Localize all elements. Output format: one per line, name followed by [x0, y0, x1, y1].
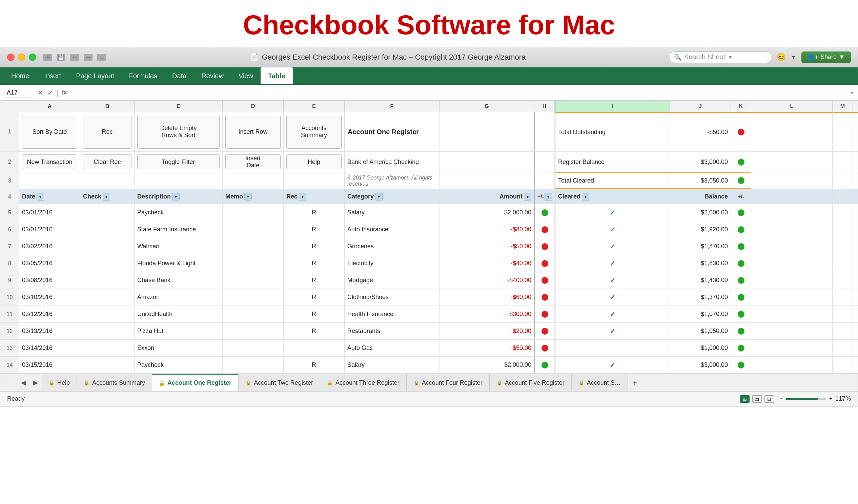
sheet-tab-account-two-register[interactable]: 🔒Account Two Register: [239, 374, 320, 391]
description-filter-arrow[interactable]: ▼: [172, 193, 179, 200]
cell-check[interactable]: [80, 255, 134, 272]
cell-description[interactable]: Paycheck: [134, 204, 223, 221]
cell-category[interactable]: Restaurants: [345, 323, 440, 339]
save-icon[interactable]: 💾: [57, 54, 65, 61]
close-button[interactable]: [7, 53, 15, 61]
cell-cleared[interactable]: ✓: [555, 272, 670, 289]
cell-check[interactable]: [80, 357, 134, 373]
insert-row-button[interactable]: Insert Row: [225, 115, 281, 149]
tab-formulas[interactable]: Formulas: [122, 67, 165, 84]
col-header-G[interactable]: G: [440, 101, 535, 112]
col-header-D[interactable]: D: [223, 101, 284, 112]
cell-rec[interactable]: R: [284, 238, 345, 255]
cell-date[interactable]: 03/12/2016: [19, 306, 80, 323]
col-header-A[interactable]: A: [19, 101, 80, 112]
col-header-J[interactable]: J: [670, 101, 731, 112]
cell-cleared[interactable]: ✓: [555, 323, 670, 339]
clear-rec-button[interactable]: Clear Rec: [83, 155, 131, 169]
cell-date[interactable]: 03/01/2016: [19, 204, 80, 221]
tab-review[interactable]: Review: [194, 67, 231, 84]
cell-rec[interactable]: R: [284, 357, 345, 373]
cleared-filter-arrow[interactable]: ▼: [582, 193, 589, 200]
zoom-slider[interactable]: [785, 398, 826, 400]
customize-icon[interactable]: ⌄: [97, 54, 106, 61]
cell-category[interactable]: Salary: [345, 357, 440, 373]
cell-check[interactable]: [80, 238, 134, 255]
sheet-tab-account-five-register[interactable]: 🔒Account Five Register: [490, 374, 572, 391]
sidebar-toggle-icon[interactable]: ⊞: [43, 54, 52, 61]
rec-button[interactable]: Rec: [83, 115, 131, 149]
sheet-tab-account-s…[interactable]: 🔒Account S…: [572, 374, 628, 391]
cell-amount[interactable]: -$50.00: [440, 238, 535, 255]
tab-add-button[interactable]: +: [628, 374, 641, 391]
cell-description[interactable]: Chase Bank: [134, 272, 223, 289]
cell-description[interactable]: Paycheck: [134, 357, 223, 373]
cell-amount[interactable]: -$20.00: [440, 323, 535, 339]
cell-check[interactable]: [80, 272, 134, 289]
share-button[interactable]: 👤+ Share ▼: [801, 51, 851, 63]
cell-rec[interactable]: R: [284, 289, 345, 306]
accounts-summary-button[interactable]: AccountsSummary: [286, 115, 341, 149]
tab-nav-next[interactable]: ▶: [30, 374, 42, 391]
cell-cleared[interactable]: [555, 340, 670, 356]
tab-table[interactable]: Table: [260, 67, 293, 84]
cell-amount[interactable]: $2,000.00: [440, 204, 535, 221]
cell-memo[interactable]: [223, 272, 284, 289]
cell-amount[interactable]: $2,000.00: [440, 357, 535, 373]
cell-reference[interactable]: A17: [4, 88, 34, 98]
page-break-view-icon[interactable]: ⊟: [764, 395, 774, 403]
cell-amount[interactable]: -$60.00: [440, 289, 535, 306]
cell-cleared[interactable]: ✓: [555, 238, 670, 255]
col-header-C[interactable]: C: [134, 101, 223, 112]
undo-icon[interactable]: ↩: [70, 54, 79, 61]
sheet-tab-account-three-register[interactable]: 🔒Account Three Register: [320, 374, 407, 391]
cell-rec[interactable]: R: [284, 255, 345, 272]
cell-check[interactable]: [80, 204, 134, 221]
cell-rec[interactable]: [284, 340, 345, 356]
toggle-filter-button[interactable]: Toggle Filter: [137, 155, 220, 169]
sheet-tab-help[interactable]: 🔒Help: [42, 374, 77, 391]
sheet-tab-account-one-register[interactable]: 🔒Account One Register: [152, 374, 239, 391]
cell-cleared[interactable]: ✓: [555, 289, 670, 306]
cell-rec[interactable]: R: [284, 204, 345, 221]
cell-memo[interactable]: [223, 255, 284, 272]
col-header-E[interactable]: E: [284, 101, 345, 112]
cell-date[interactable]: 03/01/2016: [19, 221, 80, 238]
cell-cleared[interactable]: ✓: [555, 255, 670, 272]
redo-icon[interactable]: ↪: [84, 54, 93, 61]
cell-date[interactable]: 03/05/2016: [19, 255, 80, 272]
tab-insert[interactable]: Insert: [36, 67, 68, 84]
col-header-L[interactable]: L: [751, 101, 832, 112]
search-box[interactable]: 🔍 Search Sheet ▼: [670, 51, 771, 63]
col-header-K[interactable]: K: [731, 101, 751, 112]
page-layout-view-icon[interactable]: ▤: [752, 395, 762, 403]
search-dropdown-icon[interactable]: ▼: [728, 54, 733, 60]
zoom-plus-icon[interactable]: +: [829, 395, 832, 402]
category-filter-arrow[interactable]: ▼: [375, 193, 383, 200]
check-filter-arrow[interactable]: ▼: [103, 193, 110, 200]
cell-date[interactable]: 03/10/2016: [19, 289, 80, 306]
cell-check[interactable]: [80, 221, 134, 238]
col-header-B[interactable]: B: [80, 101, 134, 112]
date-filter-arrow[interactable]: ▼: [36, 193, 44, 200]
cell-description[interactable]: Walmart: [134, 238, 223, 255]
cell-memo[interactable]: [223, 306, 284, 323]
cell-description[interactable]: Florida Power & Light: [134, 255, 223, 272]
tab-data[interactable]: Data: [165, 67, 194, 84]
tab-view[interactable]: View: [231, 67, 260, 84]
pm1-filter-arrow[interactable]: ▼: [544, 193, 552, 200]
zoom-out-icon[interactable]: −: [779, 395, 783, 402]
tab-page-layout[interactable]: Page Layout: [68, 67, 121, 84]
amount-filter-arrow[interactable]: ▼: [524, 193, 531, 200]
cell-cleared[interactable]: ✓: [555, 306, 670, 323]
formula-expand-icon[interactable]: ▼: [849, 90, 854, 96]
cell-cleared[interactable]: ✓: [555, 204, 670, 221]
memo-filter-arrow[interactable]: ▼: [244, 193, 252, 200]
sort-by-date-button[interactable]: Sort By Date: [22, 115, 77, 149]
cell-check[interactable]: [80, 306, 134, 323]
cell-memo[interactable]: [223, 289, 284, 306]
cell-date[interactable]: 03/02/2016: [19, 238, 80, 255]
cell-check[interactable]: [80, 289, 134, 306]
cell-category[interactable]: Salary: [345, 204, 440, 221]
cell-cleared[interactable]: ✓: [555, 357, 670, 373]
